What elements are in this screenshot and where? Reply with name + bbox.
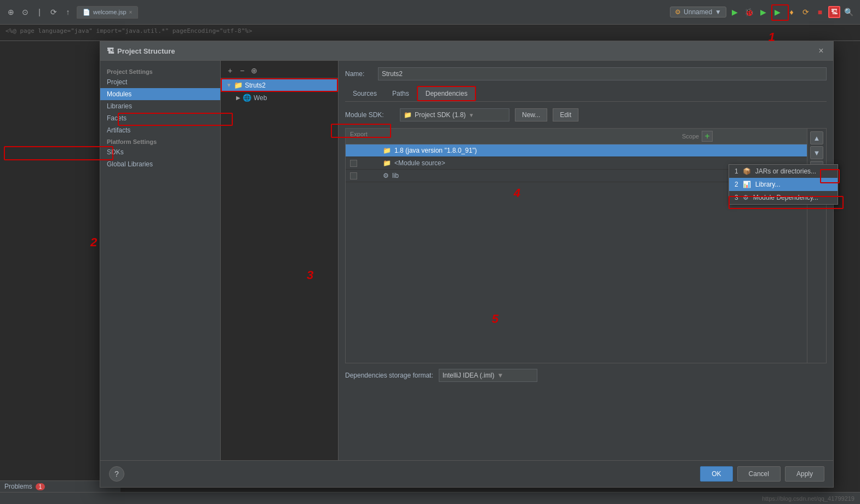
sdk-row: Module SDK: 📁 Project SDK (1.8) ▼ New...…: [345, 108, 827, 121]
dropdown-item-module-dep[interactable]: 3 ⚙ Module Dependency...: [729, 191, 838, 204]
nav-icon[interactable]: ⊕: [5, 7, 16, 18]
deps-storage-row: Dependencies storage format: IntelliJ ID…: [345, 369, 827, 382]
sdk-label: Module SDK:: [345, 111, 394, 119]
tree-arrow-expanded: ▼: [226, 82, 232, 88]
stop-button[interactable]: ■: [814, 6, 826, 18]
apply-button[interactable]: Apply: [785, 466, 824, 482]
dep-export-2: [350, 160, 383, 167]
dep-checkbox-3[interactable]: [350, 172, 357, 179]
tree-toolbar: + − ⊕: [221, 63, 338, 78]
tree-remove-button[interactable]: −: [237, 66, 247, 76]
sidebar-item-libraries[interactable]: Libraries: [100, 100, 220, 112]
add-dependency-button[interactable]: +: [702, 131, 713, 142]
tree-add-button[interactable]: +: [225, 66, 235, 76]
nav-icon4[interactable]: ⟳: [48, 7, 59, 18]
dep-export-3: [350, 172, 383, 179]
project-structure-button[interactable]: 🏗: [828, 6, 840, 18]
sidebar-item-sdks[interactable]: SDKs: [100, 146, 220, 158]
nav-icon2[interactable]: ⊙: [20, 7, 31, 18]
run-button[interactable]: ▶: [729, 6, 741, 18]
dropdown-item-library[interactable]: 2 📊 Library...: [729, 178, 838, 191]
run-config-name: Unnamed: [684, 8, 712, 16]
tab-sources[interactable]: Sources: [345, 87, 385, 100]
tab-close-icon[interactable]: ×: [129, 9, 133, 15]
status-bar: https://blog.csdn.net/qq_41799219: [0, 492, 860, 504]
sidebar-item-modules[interactable]: Modules: [100, 88, 220, 100]
sidebar-item-project[interactable]: Project: [100, 76, 220, 88]
name-label: Name:: [345, 70, 372, 78]
scope-label: Scope: [682, 133, 699, 140]
sdk-new-button[interactable]: New...: [515, 108, 547, 121]
run2-button[interactable]: ▶: [757, 6, 769, 18]
dropdown-item-num-3: 3: [735, 194, 738, 201]
ok-button[interactable]: OK: [700, 466, 732, 482]
web-icon: 🌐: [243, 94, 251, 102]
dialog-titlebar: 🏗 Project Structure ×: [100, 42, 833, 61]
tab-file-icon: 📄: [83, 9, 90, 16]
dropdown-item-label-module: Module Dependency...: [753, 194, 818, 201]
tree-arrow-collapsed: ▶: [236, 95, 240, 101]
run-config-selector[interactable]: ⚙ Unnamed ▼: [670, 7, 726, 18]
dropdown-item-label-library: Library...: [755, 181, 781, 188]
deps-storage-label: Dependencies storage format:: [345, 372, 433, 379]
top-toolbar: ⊕ ⊙ | ⟳ ↑ 📄 welcome.jsp × ⚙ Unnamed ▼ ▶ …: [0, 0, 860, 25]
status-url: https://blog.csdn.net/qq_41799219: [762, 495, 855, 502]
dep-row-jdk[interactable]: 📁 1.8 (java version "1.8.0_91"): [346, 144, 807, 157]
project-structure-dialog: 🏗 Project Structure × Project Settings P…: [100, 41, 834, 488]
sidebar-item-artifacts[interactable]: Artifacts: [100, 124, 220, 136]
col-header-scope: Scope +: [682, 131, 802, 142]
platform-settings-label: Platform Settings: [100, 136, 220, 146]
tab-paths[interactable]: Paths: [385, 87, 417, 100]
dep-label-2: <Module source>: [394, 159, 445, 167]
main-panel: Name: Sources Paths Dependencies Module …: [339, 61, 833, 460]
module-icon: 📁: [234, 81, 243, 89]
dep-name-3: ⚙ lib: [383, 172, 682, 179]
dep-label-1: 1.8 (java version "1.8.0_91"): [394, 147, 477, 154]
sdk-select-dropdown[interactable]: 📁 Project SDK (1.8) ▼: [400, 108, 509, 121]
dialog-close-button[interactable]: ×: [816, 46, 827, 56]
name-input[interactable]: [378, 67, 827, 80]
dep-name-1: 📁 1.8 (java version "1.8.0_91"): [383, 147, 682, 154]
problems-label: Problems: [4, 483, 32, 490]
debug-button[interactable]: 🐞: [743, 6, 755, 18]
tree-copy-button[interactable]: ⊕: [249, 66, 259, 76]
highlight-modules-item: [4, 146, 113, 160]
deps-storage-arrow-icon: ▼: [497, 372, 503, 379]
dep-move-down-button[interactable]: ▼: [810, 146, 823, 159]
dropdown-item-icon-library: 📊: [743, 181, 751, 188]
dropdown-item-label-jars: JARs or directories...: [755, 167, 816, 175]
nav-icon3[interactable]: |: [34, 7, 45, 18]
deps-storage-select[interactable]: IntelliJ IDEA (.iml) ▼: [439, 369, 537, 382]
tree-item-label: Struts2: [245, 82, 266, 89]
tree-item-struts2[interactable]: ▼ 📁 Struts2: [221, 78, 338, 92]
sdk-edit-button[interactable]: Edit: [553, 108, 578, 121]
tree-item-web[interactable]: ▶ 🌐 Web: [221, 92, 338, 103]
run-config-dropdown-icon: ▼: [715, 8, 721, 16]
deps-area: Export Scope + 📁 1.8 (java version "1.8.…: [345, 128, 827, 363]
dep-move-up-button[interactable]: ▲: [810, 131, 823, 144]
dep-folder-icon-2: 📁: [383, 159, 391, 167]
sidebar-item-global-libraries[interactable]: Global Libraries: [100, 158, 220, 170]
dropdown-item-icon-jars: 📦: [743, 167, 751, 175]
sdk-value-text: Project SDK (1.8): [415, 111, 466, 119]
nav-icon5[interactable]: ↑: [62, 7, 73, 18]
editor-tab-welcome[interactable]: 📄 welcome.jsp ×: [77, 6, 138, 19]
dep-checkbox-2[interactable]: [350, 160, 357, 167]
dropdown-item-num-2: 2: [735, 181, 738, 188]
editor-code: <%@ page language="java" import="java.ut…: [5, 27, 252, 34]
sidebar-item-facets[interactable]: Facets: [100, 112, 220, 124]
help-button[interactable]: ?: [109, 466, 124, 482]
profile-button[interactable]: ♦: [786, 6, 798, 18]
editor-tab-label: welcome.jsp: [93, 9, 127, 15]
dialog-title-text: 🏗 Project Structure: [107, 47, 175, 55]
deps-storage-value: IntelliJ IDEA (.iml): [443, 372, 495, 379]
col-header-name: [383, 131, 682, 142]
search-button[interactable]: 🔍: [842, 6, 855, 18]
dropdown-item-jars[interactable]: 1 📦 JARs or directories...: [729, 165, 838, 178]
tab-dependencies[interactable]: Dependencies: [417, 86, 477, 101]
dep-folder-icon-1: 📁: [383, 147, 391, 154]
cancel-button[interactable]: Cancel: [737, 466, 781, 482]
dialog-icon: 🏗: [107, 47, 114, 55]
coverage-button[interactable]: ▶: [771, 6, 783, 18]
reload-button[interactable]: ⟳: [800, 6, 812, 18]
